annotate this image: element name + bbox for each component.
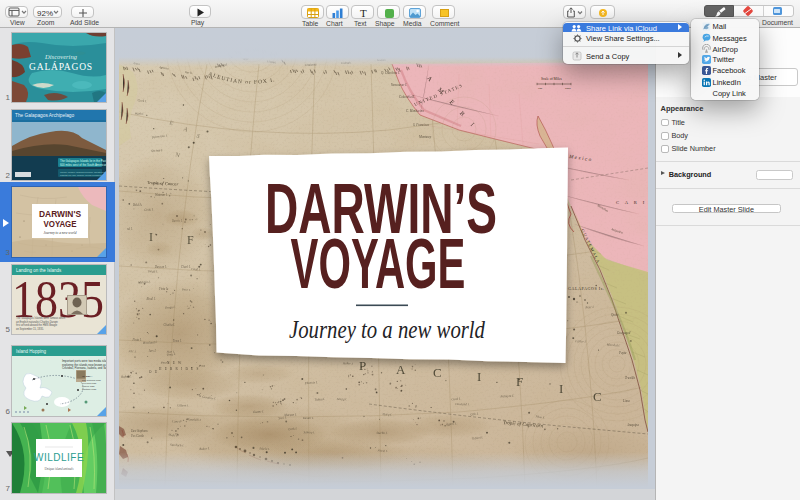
svg-text:Baker I.: Baker I. bbox=[343, 361, 354, 366]
svg-text:Easter I.: Easter I. bbox=[302, 416, 314, 420]
svg-text:Truxillo: Truxillo bbox=[625, 376, 636, 380]
svg-text:Tonga I.: Tonga I. bbox=[147, 269, 158, 273]
svg-text:Bindl I.: Bindl I. bbox=[147, 297, 156, 301]
svg-text:Vancouver I.: Vancouver I. bbox=[391, 83, 407, 87]
svg-text:C A R I: C A R I bbox=[616, 200, 647, 205]
svg-text:Howland I.: Howland I. bbox=[454, 402, 470, 406]
svg-text:Marque I.: Marque I. bbox=[283, 412, 297, 417]
svg-text:Columbia R.: Columbia R. bbox=[399, 95, 415, 99]
svg-text:S. Francisco: S. Francisco bbox=[413, 123, 430, 127]
svg-text:GALAPAGOS Is.: GALAPAGOS Is. bbox=[568, 286, 605, 291]
svg-text:Easter I.: Easter I. bbox=[252, 409, 264, 414]
svg-text:Lima: Lima bbox=[622, 399, 630, 403]
svg-text:Society I.: Society I. bbox=[151, 148, 163, 153]
svg-text:Starbuck I.: Starbuck I. bbox=[170, 443, 184, 448]
svg-text:Jerv I.: Jerv I. bbox=[149, 349, 157, 353]
svg-text:F: F bbox=[516, 374, 523, 389]
svg-text:ISABELA: ISABELA bbox=[82, 375, 93, 378]
svg-text:Cook I.: Cook I. bbox=[191, 267, 201, 271]
svg-text:Guayaquil: Guayaquil bbox=[617, 331, 631, 335]
svg-text:Wash I.: Wash I. bbox=[135, 112, 145, 116]
svg-text:Tubua I.: Tubua I. bbox=[314, 397, 325, 402]
svg-text:Discovering: Discovering bbox=[44, 53, 78, 60]
svg-text:Payta: Payta bbox=[618, 351, 627, 355]
svg-text:Star I.: Star I. bbox=[167, 350, 175, 354]
svg-text:The Galapagos Islands were fam: The Galapagos Islands were famous when bbox=[16, 316, 66, 320]
svg-text:Savag I.: Savag I. bbox=[337, 397, 348, 401]
svg-text:C: C bbox=[593, 389, 602, 404]
svg-text:Wateran I.: Wateran I. bbox=[155, 193, 168, 197]
svg-text:Journey to a new world: Journey to a new world bbox=[43, 231, 76, 235]
svg-text:Caro I.: Caro I. bbox=[172, 420, 181, 424]
svg-text:Gilbert I.: Gilbert I. bbox=[177, 403, 189, 407]
svg-text:Penr I.: Penr I. bbox=[181, 287, 191, 292]
svg-text:Pinta I.: Pinta I. bbox=[158, 287, 168, 291]
svg-text:GALÁPAGOS: GALÁPAGOS bbox=[29, 61, 93, 72]
svg-text:first arrived aboard the HMS B: first arrived aboard the HMS Beagle bbox=[16, 323, 58, 327]
svg-text:Chatha I.: Chatha I. bbox=[164, 323, 176, 327]
svg-text:Pinta I.: Pinta I. bbox=[132, 338, 142, 342]
svg-text:Journey to a new world: Journey to a new world bbox=[289, 315, 486, 344]
svg-text:Easter I.: Easter I. bbox=[574, 339, 586, 343]
svg-text:C: C bbox=[433, 365, 442, 380]
svg-text:P: P bbox=[359, 358, 366, 373]
svg-text:Penr I.: Penr I. bbox=[584, 305, 594, 310]
svg-text:Pitc I.: Pitc I. bbox=[127, 349, 136, 353]
svg-text:Fos Castle: Fos Castle bbox=[130, 434, 145, 438]
svg-text:on September 15, 1835.: on September 15, 1835. bbox=[16, 327, 44, 331]
svg-text:Starbu I.: Starbu I. bbox=[376, 431, 387, 435]
svg-text:VOYAGE: VOYAGE bbox=[44, 219, 77, 229]
svg-text:A: A bbox=[396, 362, 406, 377]
svg-text:Gilb I.: Gilb I. bbox=[470, 412, 479, 417]
svg-text:East Stephens: East Stephens bbox=[130, 429, 149, 433]
svg-text:Samoa I.: Samoa I. bbox=[304, 430, 316, 434]
svg-text:Malden I.: Malden I. bbox=[137, 280, 151, 284]
svg-text:Unique island animals: Unique island animals bbox=[45, 467, 75, 471]
svg-text:Scale of Miles: Scale of Miles bbox=[541, 77, 562, 81]
svg-text:Manahiki I.: Manahiki I. bbox=[185, 417, 201, 422]
svg-text:VOYAGE: VOYAGE bbox=[291, 225, 466, 303]
svg-text:Quito: Quito bbox=[611, 313, 619, 317]
svg-text:2000: 2000 bbox=[565, 87, 571, 90]
svg-text:an English naturalist Charles: an English naturalist Charles Darwin bbox=[16, 320, 58, 324]
svg-text:500: 500 bbox=[538, 87, 543, 90]
svg-text:Tonga I.: Tonga I. bbox=[165, 305, 176, 310]
svg-text:Arequipa: Arequipa bbox=[626, 423, 639, 427]
svg-text:Cook I.: Cook I. bbox=[288, 426, 298, 431]
svg-text:Penr I.: Penr I. bbox=[160, 361, 170, 365]
svg-text:WILDLIFE: WILDLIFE bbox=[34, 452, 84, 463]
svg-text:Island Hopping: Island Hopping bbox=[16, 349, 47, 354]
svg-text:C. Mendocino: C. Mendocino bbox=[406, 109, 424, 113]
svg-text:San Cristobal 1835: San Cristobal 1835 bbox=[82, 379, 101, 381]
svg-text:I: I bbox=[477, 369, 481, 384]
svg-text:Charl I.: Charl I. bbox=[181, 265, 191, 269]
svg-text:Cook I.: Cook I. bbox=[144, 207, 154, 212]
svg-text:Baker I.: Baker I. bbox=[121, 374, 132, 379]
svg-text:600 miles west of the South Am: 600 miles west of the South American con… bbox=[60, 163, 106, 167]
svg-text:Towe I.: Towe I. bbox=[173, 339, 182, 343]
svg-text:Q. Charlotte I.: Q. Charlotte I. bbox=[381, 71, 400, 75]
svg-text:I: I bbox=[149, 230, 153, 244]
svg-text:Santiago 1835: Santiago 1835 bbox=[82, 388, 97, 390]
svg-text:Isabela 1835: Isabela 1835 bbox=[82, 385, 95, 387]
svg-text:I: I bbox=[559, 381, 563, 396]
svg-text:DARWIN'S: DARWIN'S bbox=[39, 209, 81, 219]
svg-text:Floreana 1835: Floreana 1835 bbox=[82, 382, 97, 384]
svg-text:Monterey: Monterey bbox=[418, 135, 432, 139]
svg-text:Cristobal, Floreana, Isabela,: Cristobal, Floreana, Isabela, and Santia… bbox=[62, 366, 106, 370]
svg-text:Bold Is.: Bold Is. bbox=[133, 203, 143, 207]
svg-text:nd I.: nd I. bbox=[127, 227, 133, 231]
svg-text:Duncan I.: Duncan I. bbox=[154, 265, 167, 269]
svg-text:The Galapagos Archipelago: The Galapagos Archipelago bbox=[15, 113, 75, 118]
svg-text:Tokela I.: Tokela I. bbox=[259, 447, 270, 452]
